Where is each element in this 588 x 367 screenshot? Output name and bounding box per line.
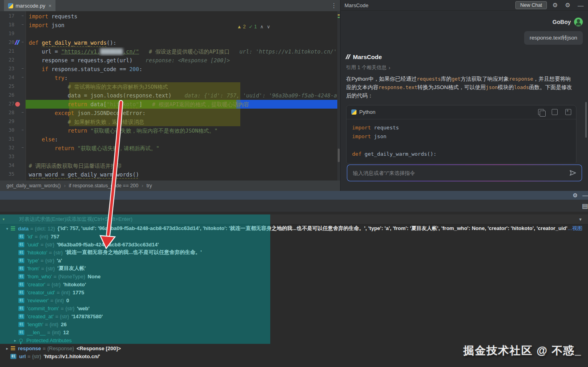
code-line-35[interactable]: warm_word = get_daily_warm_words()	[26, 170, 337, 179]
gear-icon[interactable]: ⚙	[564, 2, 572, 9]
code-line-25[interactable]: # 尝试将响应的文本内容解析为JSON格式	[26, 82, 337, 91]
code-line-20[interactable]: def get_daily_warm_words():	[26, 38, 337, 47]
variable-row[interactable]: 01__len__={int}12	[0, 328, 588, 336]
gutter-row[interactable]: 33	[4, 153, 26, 161]
copy-code-icon[interactable]	[538, 109, 544, 115]
variable-row[interactable]: 01'from'={str}'夏目友人帐'	[0, 264, 588, 272]
breadcrumb-function[interactable]: get_daily_warm_words()	[6, 183, 61, 188]
variable-row[interactable]: 01'uuid'={str}'96a3ba09-f5ab-4248-acb8-6…	[0, 240, 588, 248]
code-line-31[interactable]: else:	[26, 135, 337, 144]
variable-row[interactable]: 01'reviewer'={int}0	[0, 296, 588, 304]
gutter-row[interactable]: 22	[4, 56, 26, 65]
gutter-row[interactable]: 17−	[4, 12, 26, 21]
editor-gutter[interactable]: 17−18−1920−212223−24−25262728−2930−3132−…	[4, 11, 26, 181]
marscode-gutter-icon[interactable]	[15, 40, 22, 46]
code-line-28[interactable]: except json.JSONDecodeError:	[26, 109, 337, 117]
dropdown-icon[interactable]: ▼	[578, 217, 582, 222]
close-tab-icon[interactable]: ×	[48, 3, 51, 9]
code-line-23[interactable]: if response.status_code == 200:	[26, 65, 337, 73]
code-line-30[interactable]: return "获取暖心话失败，响应内容不是有效的JSON格式。"	[26, 126, 337, 135]
variable-row[interactable]: ▸Protected Attributes	[0, 336, 588, 344]
gutter-row[interactable]: 35	[4, 170, 26, 179]
chat-input[interactable]	[352, 170, 569, 177]
gutter-row[interactable]: 18−	[4, 21, 26, 30]
view-link[interactable]: ...视图	[568, 225, 588, 232]
evaluate-expression-row[interactable]: ▼ 对表达式求值(Enter)或添加监视(Ctrl+Shift+Enter) ▼	[0, 214, 588, 224]
tree-chevron-icon[interactable]: ▸	[4, 346, 10, 351]
variable-row[interactable]: ▾data={dict: 12}{'id': 757, 'uuid': '96a…	[0, 224, 588, 232]
fold-icon[interactable]: −	[22, 128, 24, 132]
new-chat-button[interactable]: New Chat	[515, 1, 547, 9]
variable-row[interactable]: 01'commit_from'={str}'web'	[0, 304, 588, 312]
chat-input-box[interactable]	[347, 165, 582, 181]
tab-bar-more-icon[interactable]: ⋮	[328, 0, 340, 11]
gutter-row[interactable]: 25	[4, 82, 26, 91]
gutter-row[interactable]: 21	[4, 47, 26, 56]
chat-area[interactable]: GoBoy response.text转json MarsCode 引用 1 个…	[341, 10, 588, 163]
gear-icon[interactable]: ⚙	[551, 2, 559, 9]
fold-icon[interactable]: −	[22, 110, 24, 114]
breakpoint-icon[interactable]	[15, 102, 20, 107]
code-line-22[interactable]: response = requests.get(url) response: <…	[26, 56, 337, 65]
gutter-row[interactable]: 29	[4, 117, 26, 126]
editor-scrollbar[interactable]	[337, 11, 340, 181]
tree-chevron-icon[interactable]: ▸	[12, 338, 18, 343]
breadcrumb-try[interactable]: try	[147, 183, 152, 188]
gutter-row[interactable]: 19	[4, 30, 26, 38]
gutter-row[interactable]: 32−	[4, 144, 26, 153]
variable-name: 'created_at'	[27, 313, 53, 319]
gutter-row[interactable]: 24−	[4, 73, 26, 82]
code-line-17[interactable]: import requests	[26, 12, 337, 21]
tab-marscode-py[interactable]: marscode.py ×	[4, 0, 55, 11]
gutter-row[interactable]: 27	[4, 100, 26, 109]
code-line-34[interactable]: # 调用该函数获取每日温馨话语并打印	[26, 161, 337, 170]
fold-icon[interactable]: −	[22, 22, 24, 26]
reference-link[interactable]: 引用 1 个相关信息 ›	[346, 64, 583, 71]
gutter-row[interactable]: 23−	[4, 65, 26, 73]
insert-code-icon[interactable]	[552, 109, 558, 115]
gutter-row[interactable]: 28−	[4, 109, 26, 117]
prev-issue-icon[interactable]: ∧	[260, 24, 263, 30]
code-editor[interactable]: 17−18−1920−212223−24−25262728−2930−3132−…	[4, 11, 337, 181]
code-line-26[interactable]: data = json.loads(response.text) data: {…	[26, 91, 337, 100]
tree-chevron-icon[interactable]: ▾	[4, 226, 10, 231]
variable-row[interactable]: 01'length'={int}26	[0, 320, 588, 328]
code-line-29[interactable]: # 如果解析失败，返回错误消息	[26, 117, 337, 126]
code-line-21[interactable]: url = "https://v1.███████.cn/" # 假设这是提供暖…	[26, 47, 337, 56]
fold-icon[interactable]: −	[22, 75, 24, 79]
variable-row[interactable]: 01'creator_uid'={int}1775	[0, 288, 588, 296]
chat-scrollbar[interactable]	[585, 102, 587, 138]
code-area[interactable]: import requestsimport jsondef get_daily_…	[26, 11, 337, 181]
gutter-row[interactable]: 31	[4, 135, 26, 144]
gutter-row[interactable]: 34	[4, 161, 26, 170]
code-line-33[interactable]	[26, 153, 337, 161]
gutter-row[interactable]: 20−	[4, 38, 26, 47]
fold-icon[interactable]: −	[22, 145, 24, 149]
inspections-widget[interactable]: ▲ 2 ✓ 1 ∧ ∨	[237, 24, 270, 30]
code-line-18[interactable]: import json	[26, 21, 337, 30]
send-icon[interactable]	[569, 169, 577, 177]
fold-icon[interactable]: −	[22, 40, 24, 44]
variable-row[interactable]: 01'type'={str}'a'	[0, 256, 588, 264]
gear-icon[interactable]: ⚙	[572, 192, 578, 198]
new-file-icon[interactable]	[565, 109, 571, 115]
code-line-27[interactable]: return data["hitokoto"] # 根据API返回的格式，提取暖…	[26, 100, 337, 109]
variable-row[interactable]: 01'from_who'={NoneType}None	[0, 272, 588, 280]
next-issue-icon[interactable]: ∨	[267, 24, 270, 30]
code-line-24[interactable]: try:	[26, 73, 337, 82]
scrollbar-thumb[interactable]	[338, 149, 340, 162]
breadcrumb-if[interactable]: if response.status_code == 200	[69, 183, 138, 188]
variable-row[interactable]: 01'id'={int}757	[0, 232, 588, 240]
minimize-icon[interactable]: —	[576, 2, 585, 9]
minimize-icon[interactable]: —	[582, 192, 588, 198]
code-line-19[interactable]	[26, 30, 337, 38]
variable-row[interactable]: 01'created_at'={str}'1478787580'	[0, 312, 588, 320]
layout-panel-icon[interactable]: ▤	[582, 202, 588, 210]
fold-icon[interactable]: −	[22, 14, 24, 18]
gutter-row[interactable]: 26	[4, 91, 26, 100]
variable-row[interactable]: 01'hitokoto'={str}'就连一直都无容身之地的我...也不是可以任…	[0, 248, 588, 256]
fold-icon[interactable]: −	[22, 66, 24, 70]
gutter-row[interactable]: 30−	[4, 126, 26, 135]
code-line-32[interactable]: return "获取暖心话失败，请稍后再试。"	[26, 144, 337, 153]
variable-row[interactable]: 01'creator'={str}'hitokoto'	[0, 280, 588, 288]
